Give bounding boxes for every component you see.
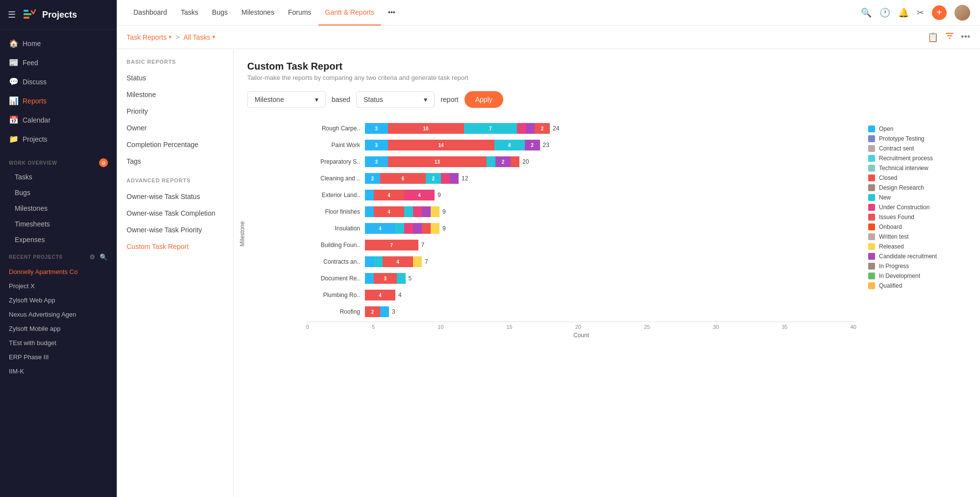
- sidebar-sub-bugs[interactable]: Bugs: [0, 185, 117, 200]
- breadcrumb-all-tasks[interactable]: All Tasks ▾: [183, 33, 215, 41]
- sidebar-item-feed[interactable]: 📰 Feed: [0, 53, 117, 72]
- legend-item-label: Technical interview: [879, 165, 928, 172]
- sidebar-sub-tasks[interactable]: Tasks: [0, 169, 117, 185]
- legend-item-label: Issues Found: [879, 214, 914, 221]
- topnav-gantt-reports[interactable]: Gantt & Reports: [318, 0, 381, 25]
- topnav-bugs[interactable]: Bugs: [205, 0, 234, 25]
- search-topnav-icon[interactable]: 🔍: [861, 7, 872, 18]
- legend-item-label: Candidate recruitment: [879, 253, 937, 260]
- legend-item-label: Under Construction: [879, 204, 929, 211]
- search-icon[interactable]: 🔍: [100, 253, 108, 261]
- bar-segment: 4: [383, 256, 413, 267]
- filter-subheader-icon[interactable]: [945, 31, 954, 43]
- filter-bar: Milestone ▾ based Status ▾ report Apply: [247, 91, 966, 108]
- row-label: Rough Carpe..: [306, 125, 360, 132]
- bar-segment: [395, 223, 404, 234]
- topnav-links: Dashboard Tasks Bugs Milestones Forums G…: [127, 0, 849, 25]
- topnav-tasks[interactable]: Tasks: [174, 0, 206, 25]
- apply-button[interactable]: Apply: [464, 91, 503, 108]
- bar-segment: [450, 173, 459, 184]
- bar-segment: 2: [365, 306, 380, 317]
- bar-segment: [365, 190, 374, 200]
- add-button[interactable]: +: [932, 5, 947, 20]
- report-menu-tags[interactable]: Tags: [117, 153, 233, 170]
- sidebar-item-reports[interactable]: 📊 Reports: [0, 91, 117, 110]
- sidebar-item-reports-label: Reports: [23, 97, 47, 105]
- dropdown-arrow-1: ▾: [169, 34, 172, 40]
- report-menu-status[interactable]: Status: [117, 70, 233, 86]
- sidebar-sub-milestones[interactable]: Milestones: [0, 200, 117, 216]
- legend-color-swatch: [868, 263, 875, 270]
- legend-item: Open: [868, 125, 966, 132]
- sidebar-item-calendar[interactable]: 📅 Calendar: [0, 110, 117, 129]
- report-menu-completion[interactable]: Completion Percentage: [117, 136, 233, 153]
- report-menu-owner[interactable]: Owner: [117, 120, 233, 136]
- legend-item-label: Prototype Testing: [879, 135, 925, 142]
- sidebar-sub-expenses[interactable]: Expenses: [0, 232, 117, 248]
- bar-segment: 14: [388, 140, 494, 150]
- topnav-more[interactable]: •••: [381, 0, 402, 25]
- filter2-arrow: ▾: [424, 96, 427, 103]
- sidebar-item-discuss[interactable]: 💬 Discuss: [0, 72, 117, 91]
- bar-segment: 7: [464, 123, 517, 134]
- report-menu-owner-completion[interactable]: Owner-wise Task Completion: [117, 205, 233, 222]
- breadcrumb-task-reports[interactable]: Task Reports ▾: [127, 33, 172, 41]
- bar-segment: 2: [365, 173, 380, 184]
- legend-color-swatch: [868, 204, 875, 211]
- bar-segment: [431, 223, 439, 234]
- sidebar-sub-timesheets[interactable]: Timesheets: [0, 216, 117, 232]
- discuss-icon: 💬: [9, 77, 18, 86]
- filter-select-2[interactable]: Status ▾: [356, 91, 435, 108]
- bell-icon[interactable]: 🔔: [898, 7, 909, 18]
- legend-item-label: Open: [879, 125, 893, 132]
- report-menu-owner-status[interactable]: Owner-wise Task Status: [117, 188, 233, 205]
- dropdown-arrow-2: ▾: [212, 34, 215, 40]
- row-label: Document Re..: [306, 275, 360, 282]
- sidebar-nav: 🏠 Home 📰 Feed 💬 Discuss 📊 Reports 📅 Cale…: [0, 30, 117, 152]
- work-overview-icon[interactable]: ⊙: [99, 158, 108, 167]
- recent-project-x[interactable]: Project X: [0, 279, 117, 293]
- content-area: BASIC REPORTS Status Milestone Priority …: [117, 49, 980, 497]
- filter-select-1[interactable]: Milestone ▾: [247, 91, 326, 108]
- recent-project-test-budget[interactable]: TEst with budget: [0, 336, 117, 350]
- recent-project-zylsoft-mobile[interactable]: Zylsoft Mobile app: [0, 322, 117, 336]
- bar-segment: 2: [495, 156, 511, 167]
- row-label: Cleaning and ..: [306, 175, 360, 182]
- topnav-milestones[interactable]: Milestones: [234, 0, 281, 25]
- more-icon[interactable]: •••: [961, 32, 970, 42]
- report-menu-custom[interactable]: Custom Task Report: [117, 238, 233, 255]
- row-total: 12: [462, 175, 468, 182]
- bar-segment: [380, 306, 389, 317]
- chart-row: Floor finishes49: [306, 205, 856, 219]
- recent-project-zylsoft-web[interactable]: Zylsoft Web App: [0, 293, 117, 307]
- recent-project-iimk[interactable]: IIM-K: [0, 364, 117, 378]
- report-menu-owner-priority[interactable]: Owner-wise Task Priority: [117, 222, 233, 238]
- sidebar-item-home[interactable]: 🏠 Home: [0, 34, 117, 53]
- legend-color-swatch: [868, 194, 875, 201]
- filter-report-label: report: [440, 96, 459, 103]
- report-menu-milestone[interactable]: Milestone: [117, 86, 233, 103]
- topnav: Dashboard Tasks Bugs Milestones Forums G…: [117, 0, 980, 25]
- row-label: Plumbing Ro..: [306, 292, 360, 298]
- sidebar-item-projects[interactable]: 📁 Projects: [0, 129, 117, 149]
- clock-icon[interactable]: 🕐: [879, 7, 890, 18]
- scissors-icon[interactable]: ✂: [917, 7, 924, 18]
- bar-segment: 4: [404, 190, 435, 200]
- bar-segment: 4: [365, 223, 395, 234]
- recent-project-nexus[interactable]: Nexus Advertising Agen: [0, 307, 117, 322]
- bar-segment: [487, 156, 495, 167]
- chart-row: Exterior Land..449: [306, 188, 856, 202]
- legend-item: Onboard: [868, 224, 966, 230]
- legend-color-swatch: [868, 282, 875, 289]
- recent-project-donnelly[interactable]: Donnelly Apartments Co: [0, 265, 117, 279]
- report-view-icon[interactable]: 📋: [928, 32, 938, 43]
- filter-icon[interactable]: ⚙: [89, 253, 96, 261]
- avatar[interactable]: [954, 5, 970, 21]
- recent-project-erp[interactable]: ERP Phase III: [0, 350, 117, 364]
- bar-segment: [511, 156, 519, 167]
- report-menu-priority[interactable]: Priority: [117, 103, 233, 120]
- topnav-dashboard[interactable]: Dashboard: [127, 0, 174, 25]
- hamburger-icon[interactable]: ☰: [8, 9, 16, 20]
- topnav-forums[interactable]: Forums: [281, 0, 318, 25]
- chart-row: Plumbing Ro..44: [306, 288, 856, 302]
